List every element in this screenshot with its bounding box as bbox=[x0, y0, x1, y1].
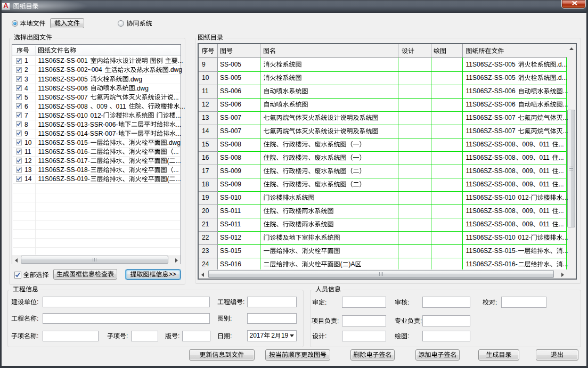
svg-text:11: 11 bbox=[24, 148, 31, 156]
svg-text:11S06SZ-SS-010: 11S06SZ-SS-010 bbox=[466, 194, 516, 201]
svg-text:...: ... bbox=[176, 175, 181, 183]
svg-text:18: 18 bbox=[202, 181, 209, 188]
svg-text:11S06SZ-SS-014-SSR-007-: 11S06SZ-SS-014-SSR-007- bbox=[38, 130, 118, 137]
svg-text:11S06SZ-SS-008: 11S06SZ-SS-008 bbox=[466, 154, 516, 161]
svg-text:(: ( bbox=[340, 260, 342, 268]
svg-text:11S06SZ-SS-008: 11S06SZ-SS-008 bbox=[466, 167, 516, 175]
svg-text:11S06SZ-SS-019-: 11S06SZ-SS-019- bbox=[38, 175, 90, 183]
svg-text:7: 7 bbox=[24, 112, 28, 119]
svg-text:SS-011: SS-011 bbox=[220, 220, 241, 228]
svg-text:SS-007: SS-007 bbox=[220, 127, 241, 135]
svg-text:1: 1 bbox=[24, 57, 28, 64]
svg-text:4: 4 bbox=[24, 85, 28, 92]
svg-text:13: 13 bbox=[24, 166, 32, 174]
svg-text:22: 22 bbox=[202, 234, 209, 241]
svg-text:...: ... bbox=[178, 57, 183, 64]
svg-text:11S06SZ-SS-008: 11S06SZ-SS-008 bbox=[466, 220, 516, 228]
svg-text:012-: 012- bbox=[91, 112, 103, 119]
svg-text::: : bbox=[178, 332, 179, 340]
svg-text:)A: )A bbox=[349, 260, 355, 268]
svg-text:...: ... bbox=[174, 166, 179, 174]
svg-text:...: ... bbox=[176, 130, 181, 137]
svg-text:...: ... bbox=[174, 148, 179, 156]
svg-text:6: 6 bbox=[24, 103, 28, 110]
svg-text:(: ( bbox=[167, 157, 169, 165]
svg-text::: : bbox=[230, 332, 232, 340]
svg-text:20: 20 bbox=[202, 207, 209, 215]
svg-text:009: 009 bbox=[522, 220, 533, 228]
svg-text:(: ( bbox=[167, 175, 169, 183]
svg-text:19: 19 bbox=[202, 194, 209, 201]
svg-text::: : bbox=[37, 332, 38, 340]
svg-text:...: ... bbox=[563, 234, 568, 241]
svg-text::: : bbox=[420, 317, 422, 325]
svg-text:11S06SZ-SS-008: 11S06SZ-SS-008 bbox=[466, 141, 516, 148]
svg-text:14: 14 bbox=[202, 127, 209, 135]
svg-text:3: 3 bbox=[24, 76, 28, 83]
svg-text:SS-008: SS-008 bbox=[220, 154, 241, 161]
svg-text:11S06SZ-SS-002~004: 11S06SZ-SS-002~004 bbox=[38, 66, 103, 73]
svg-text:11S06SZ-SS-007: 11S06SZ-SS-007 bbox=[466, 127, 516, 135]
svg-text:...: ... bbox=[559, 207, 564, 215]
svg-text:10: 10 bbox=[202, 74, 209, 81]
svg-text:009: 009 bbox=[97, 103, 108, 110]
svg-text:SS-007: SS-007 bbox=[220, 114, 241, 121]
svg-text:.d...: .d... bbox=[557, 74, 567, 81]
svg-text:...: ... bbox=[176, 157, 181, 165]
svg-text:SS-016: SS-016 bbox=[220, 260, 241, 268]
svg-text:17: 17 bbox=[202, 167, 209, 175]
svg-text:11: 11 bbox=[202, 87, 209, 95]
svg-text:SS-006: SS-006 bbox=[220, 87, 241, 95]
svg-text:...: ... bbox=[563, 194, 568, 201]
svg-text:15: 15 bbox=[202, 141, 209, 148]
svg-text:12: 12 bbox=[24, 157, 32, 165]
svg-text:11S06SZ-SS-008: 11S06SZ-SS-008 bbox=[38, 103, 88, 110]
svg-text:011: 011 bbox=[540, 154, 550, 161]
svg-text:011: 011 bbox=[540, 220, 550, 228]
svg-text:2017: 2017 bbox=[250, 332, 264, 339]
svg-text:11S06SZ-SS-007: 11S06SZ-SS-007 bbox=[466, 114, 516, 121]
svg-text:...: ... bbox=[563, 260, 568, 268]
svg-text:SS-009: SS-009 bbox=[220, 181, 241, 188]
svg-text:11S06SZ-SS-006: 11S06SZ-SS-006 bbox=[38, 85, 88, 92]
svg-text:.dwg: .dwg bbox=[129, 76, 142, 83]
svg-text:8: 8 bbox=[24, 121, 28, 128]
svg-text:011: 011 bbox=[540, 167, 550, 175]
svg-text::: : bbox=[407, 332, 409, 340]
svg-text:11S06SZ-SS-005: 11S06SZ-SS-005 bbox=[466, 61, 516, 68]
svg-text:11S06SZ-SS-015-: 11S06SZ-SS-015- bbox=[38, 139, 90, 146]
svg-text:SS-015: SS-015 bbox=[220, 247, 241, 255]
svg-text:23: 23 bbox=[202, 247, 209, 255]
svg-text:SS-009: SS-009 bbox=[220, 167, 241, 175]
svg-text:11S06SZ-SS-016-: 11S06SZ-SS-016- bbox=[38, 148, 90, 156]
svg-text:11S06SZ-SS-006: 11S06SZ-SS-006 bbox=[466, 101, 516, 108]
svg-text::: : bbox=[337, 317, 339, 325]
svg-text:011: 011 bbox=[540, 181, 550, 188]
svg-text:11S06SZ-SS-001: 11S06SZ-SS-001 bbox=[38, 57, 88, 64]
svg-text:012-: 012- bbox=[518, 234, 531, 241]
svg-text:012-: 012- bbox=[518, 194, 531, 201]
svg-text:SS-006: SS-006 bbox=[220, 101, 241, 108]
svg-text:11S06SZ-SS-005: 11S06SZ-SS-005 bbox=[466, 74, 516, 81]
svg-text:SS-012: SS-012 bbox=[220, 234, 241, 241]
svg-text:...: ... bbox=[563, 114, 568, 121]
svg-text:.dwg: .dwg bbox=[169, 66, 182, 73]
svg-text::: : bbox=[243, 298, 244, 306]
svg-text:11S06SZ-SS-010: 11S06SZ-SS-010 bbox=[38, 112, 88, 119]
svg-text:...: ... bbox=[559, 167, 564, 175]
svg-text:13: 13 bbox=[202, 114, 209, 121]
svg-text::: : bbox=[37, 298, 38, 306]
svg-text::: : bbox=[325, 299, 326, 306]
svg-text:11S06SZ-SS-006: 11S06SZ-SS-006 bbox=[466, 87, 516, 95]
svg-text:...: ... bbox=[559, 181, 564, 188]
svg-text:SS-005: SS-005 bbox=[220, 74, 241, 81]
svg-text:SS-010: SS-010 bbox=[220, 194, 241, 201]
svg-text:009: 009 bbox=[522, 207, 533, 215]
svg-text::: : bbox=[325, 332, 326, 340]
svg-text:011: 011 bbox=[116, 103, 126, 110]
svg-text:...: ... bbox=[176, 112, 181, 119]
svg-text:...: ... bbox=[176, 121, 181, 128]
svg-text:.d...: .d... bbox=[557, 61, 567, 68]
svg-text:009: 009 bbox=[522, 181, 533, 188]
svg-text:11S06SZ-SS-015-: 11S06SZ-SS-015- bbox=[466, 247, 518, 255]
